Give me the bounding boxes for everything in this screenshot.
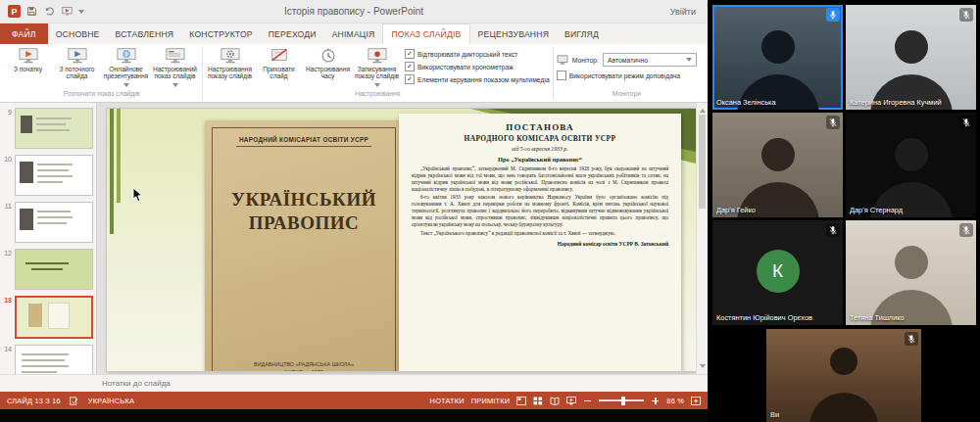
save-icon[interactable] <box>25 5 38 18</box>
hide-slide-label: Приховати слайд <box>256 66 302 80</box>
participant-tile-kateryna[interactable]: Катерина Игоревна Кучмий <box>846 5 976 110</box>
play-from-beginning-icon <box>19 47 38 65</box>
self-video-area: Ви <box>708 329 980 422</box>
show-media-controls-checkbox[interactable]: ✓ Елементи керування показом мультимедіа <box>405 74 550 84</box>
mic-muted-icon <box>959 8 973 22</box>
status-bar: СЛАЙД 13 З 16 УКРАЇНСЬКА НОТАТКИ ПРИМІТК… <box>0 392 708 409</box>
decree-paragraph: „Український правопис“, затверджений М. … <box>412 165 668 192</box>
ribbon-separator <box>553 47 554 100</box>
language-indicator[interactable]: УКРАЇНСЬКА <box>88 397 134 405</box>
participant-tile-kostiantyn[interactable]: К Костянтин Юрійович Орєхов <box>712 220 843 325</box>
scrollbar-thumb[interactable] <box>699 115 706 209</box>
group-label-monitors: Монітори <box>557 88 697 100</box>
slideshow-view-icon[interactable] <box>566 397 576 405</box>
quick-access-toolbar: P <box>8 5 84 18</box>
mouse-cursor <box>132 187 143 207</box>
notes-toggle-button[interactable]: НОТАТКИ <box>430 397 465 405</box>
self-video-tile[interactable]: Ви <box>766 329 921 422</box>
use-timings-label: Використовувати хронометраж <box>417 64 514 70</box>
zoom-out-button[interactable] <box>583 397 592 405</box>
scroll-down-icon[interactable] <box>700 364 706 371</box>
reading-view-icon[interactable] <box>550 397 560 405</box>
participant-tile-oksana[interactable]: Оксана Зелінська <box>712 5 843 110</box>
start-slideshow-icon[interactable] <box>61 5 74 18</box>
ribbon-group-monitors: Монітор: Автоматично Використовувати реж… <box>555 45 699 102</box>
setup-slideshow-button[interactable]: Настроювання показу слайдів <box>206 45 254 82</box>
custom-slideshow-icon <box>166 47 185 65</box>
tab-insert[interactable]: ВСТАВЛЕННЯ <box>108 23 182 44</box>
present-online-button[interactable]: Онлайнове презентування <box>102 45 150 92</box>
workspace: 9 10 11 <box>0 103 708 374</box>
hide-slide-icon <box>270 47 289 65</box>
presenter-view-checkbox[interactable]: Використовувати режим доповідача <box>557 70 697 80</box>
normal-view-icon[interactable] <box>516 397 526 405</box>
slide-canvas[interactable]: НАРОДНИЙ КОМІСАРІАТ ОСВІТИ УСРР УКРАЇНСЬ… <box>107 109 696 371</box>
tab-animations[interactable]: АНІМАЦІЯ <box>324 23 383 44</box>
setup-slideshow-label: Настроювання показу слайдів <box>207 66 253 80</box>
slide-editing-area[interactable]: НАРОДНИЙ КОМІСАРІАТ ОСВІТИ УСРР УКРАЇНСЬ… <box>97 103 708 374</box>
ribbon: З початку З поточного слайда Онлайнове п… <box>0 44 708 103</box>
pravopys-book-cover-image[interactable]: НАРОДНИЙ КОМІСАРІАТ ОСВІТИ УСРР УКРАЇНСЬ… <box>205 120 403 371</box>
qat-customize-icon[interactable] <box>78 10 84 17</box>
cover-title: УКРАЇНСЬКИЙ ПРАВОПИС <box>231 188 376 235</box>
tab-review[interactable]: РЕЦЕНЗУВАННЯ <box>470 23 558 44</box>
spell-check-icon[interactable] <box>70 396 79 405</box>
tab-view[interactable]: ВИГЛЯД <box>557 23 607 44</box>
monitor-dropdown-caret-icon <box>686 58 692 65</box>
slide-thumbnail-13-selected[interactable]: 13 <box>2 296 93 339</box>
slide-decoration-bar <box>117 109 121 203</box>
tab-home[interactable]: ОСНОВНЕ <box>48 23 108 44</box>
slide-thumbnail-9[interactable]: 9 <box>2 108 93 149</box>
slideshow-options-checkboxes: ✓ Відтворювати дикторський текст ✓ Викор… <box>402 45 550 88</box>
tab-transitions[interactable]: ПЕРЕХОДИ <box>261 23 324 44</box>
play-from-current-icon <box>68 47 87 65</box>
monitor-dropdown[interactable]: Автоматично <box>603 53 697 67</box>
participant-tile-tetiana[interactable]: Тетяна Тишлико <box>846 220 976 325</box>
comments-toggle-button[interactable]: ПРИМІТКИ <box>471 397 511 405</box>
from-current-slide-button[interactable]: З поточного слайда <box>53 45 101 82</box>
cover-title-line2: ПРАВОПИС <box>231 211 376 235</box>
checkbox-mark: ✓ <box>405 62 415 71</box>
participant-name: Тетяна Тишлико <box>850 313 905 322</box>
zoom-in-button[interactable] <box>651 397 660 405</box>
tab-design[interactable]: КОНСТРУКТОР <box>181 23 260 44</box>
decree-document-image[interactable]: ПОСТАНОВА НАРОДНОГО КОМІСАРА ОСВІТИ УСРР… <box>399 114 681 371</box>
tab-file[interactable]: ФАЙЛ <box>0 23 48 44</box>
group-label-setup: Настроювання <box>206 88 550 100</box>
thumbnail-number: 9 <box>2 108 12 149</box>
zoom-slider[interactable] <box>599 399 644 401</box>
from-beginning-label: З початку <box>14 66 42 72</box>
participant-video <box>712 5 843 110</box>
tab-slideshow[interactable]: ПОКАЗ СЛАЙДІВ <box>382 23 469 44</box>
record-slideshow-button[interactable]: Записування показу слайдів <box>353 45 401 92</box>
rehearse-timings-button[interactable]: Настроювання часу <box>304 45 352 82</box>
zoom-slider-knob[interactable] <box>621 397 625 405</box>
zoom-level[interactable]: 86 % <box>666 397 684 405</box>
fit-to-window-icon[interactable] <box>691 397 701 405</box>
slide-thumbnail-11[interactable]: 11 <box>2 202 93 243</box>
play-narrations-checkbox[interactable]: ✓ Відтворювати дикторський текст <box>405 49 550 59</box>
monitor-dropdown-value: Автоматично <box>608 57 648 64</box>
slide-sorter-view-icon[interactable] <box>533 397 543 405</box>
thumbnail-number: 10 <box>2 155 12 196</box>
monitor-label: Монітор: <box>572 57 599 64</box>
slide-thumbnail-14[interactable]: 14 <box>2 345 93 374</box>
ribbon-tab-bar: ФАЙЛ ОСНОВНЕ ВСТАВЛЕННЯ КОНСТРУКТОР ПЕРЕ… <box>0 23 708 44</box>
from-beginning-button[interactable]: З початку <box>4 45 52 74</box>
scroll-up-icon[interactable] <box>700 106 706 113</box>
sign-in-link[interactable]: Увійти <box>670 7 700 17</box>
cover-header: НАРОДНИЙ КОМІСАРІАТ ОСВІТИ УСРР <box>239 136 368 143</box>
use-timings-checkbox[interactable]: ✓ Використовувати хронометраж <box>405 62 550 71</box>
vertical-scrollbar[interactable] <box>696 103 708 374</box>
participant-tile-darya-heiko[interactable]: Дар'я Гейко <box>712 113 843 217</box>
undo-icon[interactable] <box>43 5 56 18</box>
monitor-icon <box>557 55 568 66</box>
cover-publisher: ВИДАВНИЦТВО «РАДЯНСЬКА ШКОЛА» <box>254 360 354 369</box>
slide-thumbnail-10[interactable]: 10 <box>2 155 93 196</box>
participant-tile-darya-sternard[interactable]: Дар'я Стернард <box>846 113 976 217</box>
hide-slide-button[interactable]: Приховати слайд <box>255 45 303 82</box>
slide-thumbnail-12[interactable]: 12 <box>2 249 93 290</box>
notes-pane[interactable]: Нотатки до слайда <box>0 374 708 392</box>
custom-slideshow-button[interactable]: Настроюваний показ слайдів <box>151 45 199 92</box>
rehearse-timings-label: Настроювання часу <box>305 66 351 80</box>
